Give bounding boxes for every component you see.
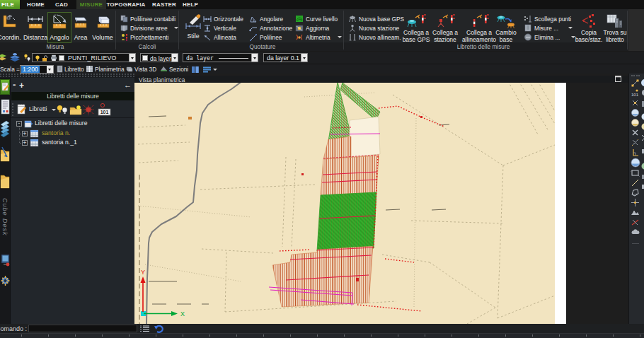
layer-new-icon[interactable] — [0, 53, 7, 62]
sezioni-button[interactable]: Sezioni — [160, 64, 188, 74]
picchettamenti-button[interactable]: Picchettamenti — [120, 33, 168, 42]
curve-livello-button[interactable]: Curve livello — [295, 15, 338, 23]
layer-combo-arrow[interactable] — [129, 54, 135, 62]
snap-cross-icon[interactable] — [631, 128, 640, 137]
report-icon[interactable] — [1, 99, 10, 115]
sphere-big-blue-icon[interactable] — [631, 158, 640, 168]
tree-item-label-2[interactable]: santoria n._1 — [42, 138, 77, 148]
layer-states-icon[interactable] — [9, 53, 21, 62]
layer-visibility-icon[interactable] — [23, 54, 31, 62]
laser-points-icon[interactable] — [82, 104, 96, 116]
sphere-blue-icon[interactable] — [631, 108, 640, 117]
tree-expand-box-1[interactable]: + — [22, 131, 28, 136]
divisione-aree-dropdown-arrow[interactable] — [174, 27, 178, 29]
distanza-button[interactable]: Distanza — [23, 11, 47, 42]
polygon-tool-icon[interactable] — [631, 188, 640, 197]
allineata-button[interactable]: Allineata — [203, 33, 236, 42]
maximize-icon[interactable] — [615, 76, 621, 82]
view-more-dropdown-arrow[interactable] — [213, 69, 217, 71]
volume-button[interactable]: Volume — [91, 11, 115, 42]
annotazione-button[interactable]: Annotazione — [249, 24, 292, 33]
tab-cad[interactable]: CAD — [54, 0, 69, 9]
misure-dots-dropdown-arrow[interactable] — [568, 27, 573, 29]
sphere-yellow-icon[interactable] — [631, 118, 640, 127]
tree-root-label[interactable]: Libretti delle misure — [35, 119, 88, 129]
scollega-punti-button[interactable]: Scollega punti — [524, 15, 571, 23]
panel-expand-button[interactable]: + — [19, 81, 24, 90]
tree-item-santoria[interactable]: + santoria n. — [11, 129, 134, 139]
vista3d-button[interactable]: Vista 3D — [125, 64, 156, 74]
collega-stazione-button[interactable]: Collega astazione — [430, 11, 461, 50]
snap-perpendicular-icon[interactable] — [631, 148, 640, 157]
snap-point-number-icon[interactable]: 101 — [631, 88, 640, 98]
nuovo-allineam-button[interactable]: Nuovo allineam. — [348, 33, 401, 42]
terrain-icon[interactable] — [631, 208, 640, 217]
tab-misure[interactable]: MISURE — [76, 0, 106, 9]
undo-icon[interactable] — [154, 324, 164, 333]
area-button[interactable]: Area — [70, 11, 91, 42]
command-history-icon[interactable] — [139, 325, 150, 332]
cloud-icon[interactable] — [631, 228, 640, 237]
folder-bulb-icon[interactable] — [69, 105, 82, 115]
snap-intersection-icon[interactable] — [631, 138, 640, 147]
collega-base-gps-button[interactable]: Collega abase GPS — [401, 11, 432, 50]
list-lines-icon[interactable] — [202, 66, 212, 74]
right-strip-grip[interactable] — [631, 75, 640, 76]
tree-item-label-1[interactable]: santoria n. — [42, 129, 70, 139]
polilinee-contabili-button[interactable]: Polilinee contabili — [120, 15, 176, 23]
scala-dropdown-arrow[interactable] — [47, 66, 53, 73]
color-combo-arrow[interactable] — [171, 54, 178, 62]
nuova-stazione-button[interactable]: Nuova stazione — [348, 24, 399, 33]
misure-dots-button[interactable]: Misure ... — [524, 24, 573, 33]
libretti-button-label[interactable]: Libretti — [29, 105, 47, 112]
section-line-icon[interactable] — [631, 218, 640, 227]
linetype-combo[interactable]: da layer — [183, 53, 258, 62]
snap-node-icon[interactable] — [631, 98, 640, 107]
altimetria-dropdown-arrow[interactable] — [338, 36, 342, 38]
panel-back-button[interactable]: ← — [124, 81, 132, 89]
angolo-button[interactable]: Angolo — [47, 11, 71, 42]
tab-help[interactable]: HELP — [180, 0, 200, 9]
line-tool-icon[interactable] — [631, 178, 640, 187]
scala-input[interactable]: 1:200 — [20, 65, 54, 74]
layer-combo[interactable]: PUNTI_RILIEVO — [32, 53, 136, 62]
snap-center-icon[interactable] — [631, 198, 640, 207]
tree-item-santoria-1[interactable]: + santoria n._1 — [11, 138, 134, 148]
stile-quota-button[interactable]: Stile — [183, 11, 204, 42]
lineweight-combo-arrow[interactable] — [301, 54, 307, 62]
table-columns-icon[interactable] — [191, 66, 200, 74]
polilinee-quota-button[interactable]: Polilinee — [249, 33, 282, 42]
drawing-viewport[interactable]: Y X — [134, 83, 628, 324]
tab-raster[interactable]: RASTER — [150, 0, 178, 9]
coordin-button[interactable]: Coordin. — [0, 11, 21, 42]
tree-expand-box-2[interactable]: + — [22, 140, 28, 146]
monitor-icon[interactable] — [1, 253, 10, 269]
linetype-combo-arrow[interactable] — [251, 54, 258, 62]
divisione-aree-button[interactable]: Divisione aree — [120, 24, 178, 33]
folder-open-icon[interactable] — [0, 171, 10, 191]
trova-su-libretto-button[interactable]: Trova sulibretto — [600, 11, 630, 50]
settings-icon[interactable] — [1, 274, 10, 289]
tab-file[interactable]: FILE — [0, 0, 20, 9]
libretti-panel-toggle[interactable] — [0, 79, 10, 95]
tree-collapse-box[interactable]: - — [16, 121, 22, 127]
lineweight-combo[interactable]: da layer 0.1 — [263, 53, 308, 62]
elimina-dots-button[interactable]: Elimina ... — [524, 33, 575, 42]
nuova-base-gps-button[interactable]: Nuova base GPS — [348, 15, 404, 23]
canvas-title-bar[interactable]: Vista planimetrica — [134, 76, 628, 83]
right-strip-second-column[interactable] — [641, 78, 644, 241]
aggiorna-button[interactable]: Aggiorna — [295, 24, 329, 33]
command-input[interactable] — [28, 325, 137, 332]
rectangle-tool-icon[interactable] — [631, 168, 640, 177]
orizzontale-button[interactable]: Orizzontale — [203, 15, 243, 23]
point-number-icon[interactable]: 101 — [97, 103, 113, 117]
planimetria-button[interactable]: Planimetria — [86, 64, 125, 74]
sheets-stack-icon[interactable] — [0, 119, 10, 139]
snap-line-endpoints-icon[interactable] — [631, 78, 640, 88]
folder-export-icon[interactable] — [0, 144, 10, 165]
color-combo[interactable]: da layer — [140, 53, 178, 62]
angolare-button[interactable]: Angolare — [249, 15, 283, 23]
tree-item-root[interactable]: - Libretti delle misure — [11, 119, 134, 129]
tab-topografia[interactable]: TOPOGRAFIA — [106, 0, 146, 9]
panel-toolbar-grip[interactable] — [12, 103, 14, 116]
